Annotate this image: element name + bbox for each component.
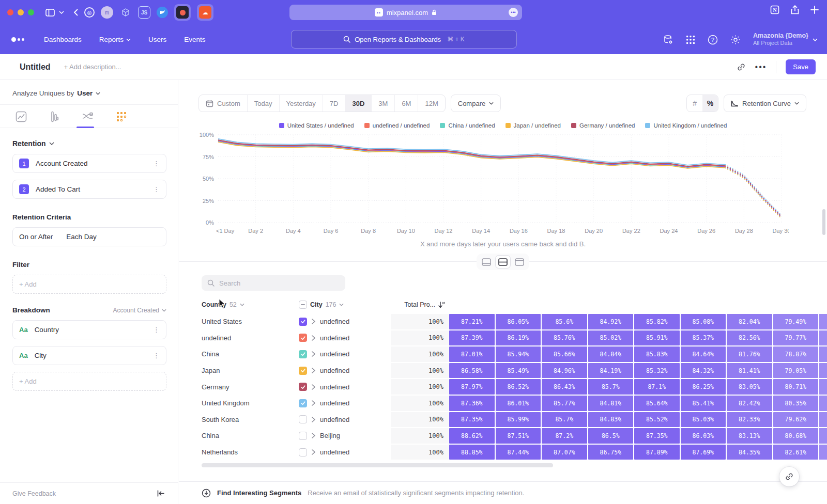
retention-cell[interactable]: 87.2% [542,428,587,444]
retention-criteria-card[interactable]: On or After Each Day [12,227,166,246]
project-selector[interactable]: Amazonia {Demo} All Project Data [753,32,818,47]
expand-row-icon[interactable] [312,433,315,438]
retention-cell[interactable]: 83.13% [727,428,772,444]
notion-tab-icon[interactable]: N [770,5,779,14]
retention-cell[interactable]: 85.7% [588,379,634,395]
total-column-header[interactable]: Total Pro... [391,301,449,308]
retention-cell[interactable]: 87.44% [496,445,541,460]
filter-add-button[interactable]: + Add [12,275,166,294]
date-range-3m[interactable]: 3M [371,95,394,112]
breakdown-item-country[interactable]: AaCountry⋮ [12,320,166,339]
vertical-scrollbar[interactable] [822,209,825,235]
retention-cell[interactable]: 85.7% [542,412,587,428]
row-checkbox[interactable] [299,448,307,456]
retention-cell[interactable]: 85.32% [634,363,680,379]
date-range-12m[interactable]: 12M [418,95,445,112]
retention-cell[interactable]: 86.5% [588,428,634,444]
expand-row-icon[interactable] [312,449,315,455]
retention-cell[interactable]: 79.77% [773,330,819,346]
retention-cell[interactable]: 85.49% [496,363,541,379]
retention-cell[interactable]: 86.43% [542,379,587,395]
close-window-icon[interactable] [7,9,13,15]
retention-cell[interactable]: 86.75% [588,445,634,460]
extension-bird-icon[interactable] [157,7,168,18]
retention-cell[interactable]: 86.01% [496,396,541,411]
row-checkbox[interactable] [299,334,307,342]
retention-cell[interactable]: 85.64% [634,396,680,411]
select-all-checkbox[interactable] [299,301,307,309]
share-link-fab[interactable] [779,467,799,486]
absolute-mode-button[interactable]: # [687,95,702,112]
data-management-icon[interactable] [663,35,673,45]
date-range-7d[interactable]: 7D [323,95,345,112]
compare-button[interactable]: Compare [451,94,501,112]
retention-cell[interactable]: 86.05% [496,314,541,329]
tab-insights[interactable] [16,111,27,128]
retention-cell[interactable]: 85.77% [542,396,587,411]
retention-cell[interactable]: 82.04% [727,314,772,329]
retention-cell[interactable]: 84.96% [542,363,587,379]
retention-cell[interactable]: 85.66% [542,346,587,362]
nav-item-events[interactable]: Events [184,36,205,43]
retention-cell[interactable]: 84.83% [588,412,634,428]
help-icon[interactable]: ? [708,35,718,45]
more-options-icon[interactable]: ⋮ [153,160,160,167]
breakdown-add-button[interactable]: + Add [12,372,166,391]
chevron-down-icon[interactable] [59,11,64,14]
retention-cell[interactable]: 87.35% [634,428,680,444]
new-tab-icon[interactable] [810,6,819,14]
extension-mixpanel-icon[interactable] [174,4,191,21]
settings-gear-icon[interactable] [730,35,741,45]
chart-type-selector[interactable]: Retention Curve [724,94,806,112]
retention-cell[interactable]: 85.37% [681,330,726,346]
retention-cell[interactable]: 82.61% [773,445,819,460]
retention-cell[interactable]: 82.33% [727,412,772,428]
legend-item[interactable]: undefined / undefined [364,122,430,129]
retention-cell[interactable]: 86.58% [449,363,495,379]
retention-section-label[interactable]: Retention [12,139,46,148]
nav-item-reports[interactable]: Reports [99,36,131,43]
criteria-each-day[interactable]: Each Day [66,233,97,241]
add-description[interactable]: + Add description... [64,63,121,71]
breakdown-event-selector[interactable]: Account Created [113,307,166,314]
share-icon[interactable] [791,5,799,14]
retention-cell[interactable]: 78.87% [773,346,819,362]
give-feedback-link[interactable]: Give Feedback [12,490,56,497]
breakdown-item-city[interactable]: AaCity⋮ [12,346,166,365]
expand-row-icon[interactable] [312,417,315,422]
country-column-header[interactable]: Country 52 [202,301,299,308]
retention-cell[interactable]: 84.64% [681,346,726,362]
mixpanel-logo[interactable] [11,37,24,42]
retention-cell[interactable]: 85.82% [634,314,680,329]
more-options-icon[interactable]: ⋮ [153,352,160,359]
percent-mode-button[interactable]: % [702,95,718,112]
retention-cell[interactable]: 88.62% [449,428,495,444]
expand-row-icon[interactable] [312,368,315,373]
retention-step-1[interactable]: 1Account Created⋮ [12,154,166,173]
retention-cell[interactable]: 88.85% [449,445,495,460]
extension-1password-icon[interactable]: ◎ [84,7,95,18]
retention-cell[interactable]: 86.03% [681,428,726,444]
retention-cell[interactable]: 82.56% [727,330,772,346]
retention-cell[interactable]: 85.08% [681,314,726,329]
retention-cell[interactable]: 84.32% [681,363,726,379]
extension-avatar-icon[interactable]: m [101,6,113,19]
retention-cell[interactable]: 87.89% [634,445,680,460]
row-checkbox[interactable] [299,432,307,440]
retention-cell[interactable]: 84.92% [588,314,634,329]
tab-funnels[interactable] [49,111,60,128]
legend-item[interactable]: Germany / undefined [571,122,635,129]
retention-cell[interactable]: 79.05% [773,363,819,379]
retention-cell[interactable]: 80.68% [773,428,819,444]
retention-cell[interactable]: 80.71% [773,379,819,395]
window-controls[interactable] [7,9,34,15]
retention-cell[interactable]: 87.36% [449,396,495,411]
nav-item-dashboards[interactable]: Dashboards [44,36,82,43]
analyze-uniques-value[interactable]: User [77,89,93,97]
report-title[interactable]: Untitled [20,62,51,72]
legend-item[interactable]: United Kingdom / undefined [645,122,727,129]
row-checkbox[interactable] [299,367,307,375]
legend-item[interactable]: Japan / undefined [506,122,561,129]
address-bar[interactable]: •• mixpanel.com ••• [289,5,522,20]
row-checkbox[interactable] [299,350,307,358]
